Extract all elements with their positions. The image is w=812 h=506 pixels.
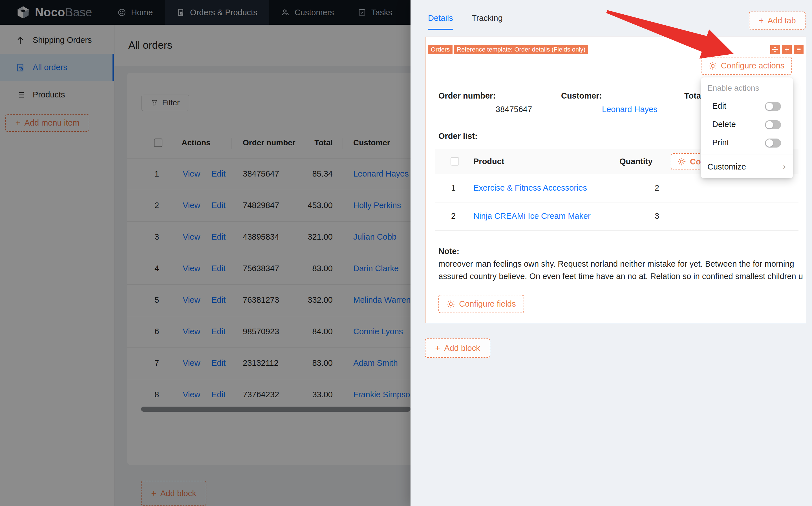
configure-actions-dropdown: Enable actions Edit Delete Print Customi… <box>701 77 793 178</box>
field-customer: Customer: Leonard Hayes <box>561 91 679 100</box>
row-index: 1 <box>451 183 456 193</box>
gear-icon <box>678 157 686 166</box>
order-list-row[interactable]: 1 Exercise & Fitness Accessories 2 <box>435 174 799 202</box>
col-header-product: Product <box>473 157 504 166</box>
configure-actions-label: Configure actions <box>721 61 785 70</box>
select-all-checkbox[interactable] <box>451 157 459 166</box>
col-header-quantity: Quantity <box>619 157 653 166</box>
order-list-row[interactable]: 2 Ninja CREAMi Ice Cream Maker 3 <box>435 202 799 231</box>
tab-tracking[interactable]: Tracking <box>472 13 503 30</box>
field-order-number: Order number: 38475647 <box>438 91 557 100</box>
product-link[interactable]: Exercise & Fitness Accessories <box>473 183 587 193</box>
details-drawer: Details Tracking + Add tab Orders Refere… <box>410 0 812 506</box>
gear-icon <box>708 62 717 70</box>
add-icon[interactable] <box>782 45 792 54</box>
dropdown-item-print[interactable]: Print <box>701 134 793 152</box>
dropdown-group-label: Enable actions <box>707 84 759 93</box>
note-text-line: moreover man feelings own shy. Request n… <box>438 259 794 269</box>
dropdown-item-label: Print <box>712 138 729 147</box>
drawer-tabs: Details Tracking <box>428 13 503 30</box>
edit-toggle[interactable] <box>765 102 781 111</box>
main-app-region: NocoBase Home Orders & Products Customer… <box>0 0 410 506</box>
row-index: 2 <box>451 212 456 221</box>
collection-badge: Orders <box>428 45 453 54</box>
field-label: Order number: <box>438 91 496 100</box>
configure-actions-button[interactable]: Configure actions <box>701 57 792 75</box>
customize-label: Customize <box>707 162 746 171</box>
note-label: Note: <box>438 247 459 256</box>
block-menu-icon[interactable] <box>794 45 804 54</box>
gear-icon <box>447 300 455 308</box>
dropdown-item-label: Delete <box>712 120 736 129</box>
quantity-cell: 3 <box>655 212 659 221</box>
configure-fields-label: Configure fields <box>459 299 516 309</box>
note-text-line: assured country believe. On even feet ti… <box>438 272 803 281</box>
screen: NocoBase Home Orders & Products Customer… <box>0 0 812 506</box>
field-label: Customer: <box>561 91 602 100</box>
add-tab-label: Add tab <box>768 16 796 25</box>
order-list-label: Order list: <box>438 132 478 141</box>
plus-icon: + <box>435 344 440 352</box>
configure-columns-label: Co <box>690 157 701 166</box>
dropdown-item-label: Edit <box>712 101 726 111</box>
product-link[interactable]: Ninja CREAMi Ice Cream Maker <box>473 212 591 221</box>
dropdown-item-delete[interactable]: Delete <box>701 115 793 134</box>
plus-icon: + <box>758 16 763 25</box>
drag-move-icon[interactable] <box>770 45 780 54</box>
delete-toggle[interactable] <box>765 120 781 129</box>
drawer-overlay-mask[interactable] <box>0 0 410 506</box>
add-tab-button[interactable]: + Add tab <box>749 11 806 29</box>
add-block-label: Add block <box>444 344 480 353</box>
add-block-button[interactable]: + Add block <box>425 338 490 358</box>
quantity-cell: 2 <box>655 183 659 193</box>
block-badges: Orders Reference template: Order details… <box>428 45 588 54</box>
customer-value-link[interactable]: Leonard Hayes <box>602 105 658 114</box>
block-toolbar <box>770 45 804 54</box>
field-value: 38475647 <box>496 105 532 114</box>
tab-details[interactable]: Details <box>428 13 453 30</box>
print-toggle[interactable] <box>765 139 781 148</box>
dropdown-item-customize[interactable]: Customize › <box>701 155 793 178</box>
template-badge: Reference template: Order details (Field… <box>454 45 588 54</box>
chevron-right-icon: › <box>783 162 786 171</box>
dropdown-item-edit[interactable]: Edit <box>701 97 793 115</box>
configure-fields-button[interactable]: Configure fields <box>438 295 524 313</box>
